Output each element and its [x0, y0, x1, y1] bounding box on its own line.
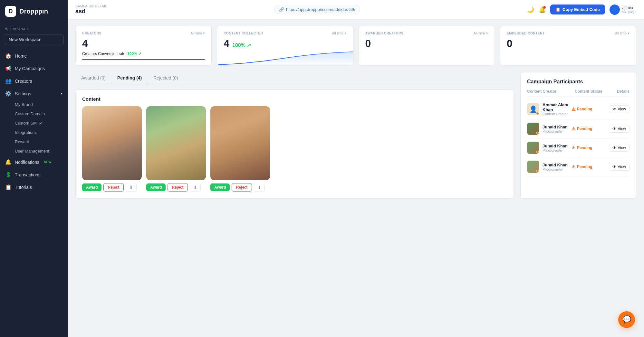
avatar-junaid-3 [527, 161, 539, 173]
submenu-user-management[interactable]: User Management [15, 146, 68, 156]
app-logo[interactable]: D Dropppin [0, 0, 68, 23]
media-item-2: Award Reject ⬇ [146, 106, 206, 192]
content-area: CREATORS All time ▾ 4 Creators Conversio… [68, 19, 644, 337]
campaign-url-link[interactable]: 🔗 https://app.dropppin.com/addidas-59/ [274, 5, 360, 14]
participant-role-4: Photography [543, 167, 568, 171]
campaign-name: asd [75, 8, 107, 15]
chat-icon: 💬 [622, 315, 631, 324]
eye-icon-3: 👁 [612, 145, 616, 150]
status-label-1: Pending [577, 107, 592, 111]
copy-embed-code-button[interactable]: 📋 Copy Embed Code [550, 5, 605, 14]
app-name: Dropppin [19, 8, 48, 15]
new-workspace-button[interactable]: New Workspace [4, 34, 64, 45]
tab-rejected[interactable]: Rejected (0) [148, 72, 184, 84]
download-button-3[interactable]: ⬇ [254, 183, 265, 192]
sidebar-item-creators[interactable]: 👥 Creators [0, 75, 68, 87]
sidebar-item-settings[interactable]: ⚙️ Settings ▾ [0, 87, 68, 100]
avatar-junaid-1 [527, 123, 539, 135]
main-content: CAMPAIGN DETAIL asd 🔗 https://app.droppp… [68, 0, 644, 337]
sidebar-item-transactions[interactable]: 💲 Transactions [0, 168, 68, 181]
participant-view-2: 👁 View [607, 125, 630, 133]
tab-pending[interactable]: Pending (4) [111, 72, 148, 84]
submenu-custom-domain[interactable]: Custom Domain [15, 109, 68, 118]
stats-row: CREATORS All time ▾ 4 Creators Conversio… [75, 26, 636, 66]
stat-value-awarded: 0 [365, 37, 488, 50]
view-button-1[interactable]: 👁 View [609, 105, 630, 113]
campaign-label: CAMPAIGN DETAIL [75, 5, 107, 8]
stat-label-awarded: AWARDED CREATORS [365, 32, 404, 35]
stat-sub-creators: Creators Conversion rate 100% ↗ [82, 51, 205, 56]
view-button-2[interactable]: 👁 View [609, 125, 630, 133]
view-button-3[interactable]: 👁 View [609, 144, 630, 152]
reject-button-2[interactable]: Reject [168, 183, 187, 192]
stat-card-creators: CREATORS All time ▾ 4 Creators Conversio… [75, 26, 212, 66]
dollar-icon: 💲 [5, 172, 12, 178]
stat-label-content: CONTENT COLLECTED [224, 32, 263, 35]
sidebar-item-campaigns[interactable]: 📢 My Campaigns [0, 62, 68, 75]
status-badge-1: ⚠ Pending [572, 107, 592, 112]
submenu-my-brand[interactable]: My Brand [15, 100, 68, 109]
nav-label-tutorials: Tutorials [15, 185, 32, 190]
stat-time-content[interactable]: All time ▾ [332, 31, 346, 35]
submenu-custom-smtp[interactable]: Custom SMTP [15, 118, 68, 128]
participant-status-3: ⚠ Pending [572, 145, 604, 151]
sidebar-item-home[interactable]: 🏠 Home [0, 50, 68, 62]
content-card: Content Award Reject ⬇ [75, 89, 514, 199]
media-grid: Award Reject ⬇ Award [82, 106, 507, 192]
nav-label-notifications: Notifications [15, 160, 39, 165]
award-button-3[interactable]: Award [210, 183, 230, 191]
sidebar-item-tutorials[interactable]: 📋 Tutorials [0, 181, 68, 193]
award-button-1[interactable]: Award [82, 183, 101, 191]
settings-submenu: My Brand Custom Domain Custom SMTP Integ… [0, 100, 68, 156]
campaigns-icon: 📢 [5, 65, 12, 71]
nav-label-transactions: Transactions [15, 172, 41, 177]
participant-info-4: Junaid Khan Photography [543, 163, 568, 171]
participant-role-3: Photography [543, 148, 568, 152]
user-details: admin campaign [622, 5, 636, 14]
col-header-creator: Content Creator [527, 89, 575, 94]
participant-info-2: Junaid Khan Photography [543, 125, 568, 133]
col-header-status: Content Status [575, 89, 607, 94]
dark-mode-toggle[interactable]: 🌙 [527, 6, 534, 13]
sidebar-item-notifications[interactable]: 🔔 Notifications NEW [0, 156, 68, 168]
reject-button-1[interactable]: Reject [103, 183, 123, 192]
campaign-meta: CAMPAIGN DETAIL asd [75, 5, 107, 15]
notifications-badge: NEW [44, 160, 51, 164]
conversion-bar-wrap [82, 59, 205, 60]
submenu-integrations[interactable]: Integrations [15, 128, 68, 137]
download-button-2[interactable]: ⬇ [190, 183, 201, 192]
home-icon: 🏠 [5, 53, 12, 59]
participant-row-4: Junaid Khan Photography ⚠ Pending 👁 View [527, 157, 630, 176]
stat-time-embedded[interactable]: All time ▾ [615, 31, 630, 35]
settings-icon: ⚙️ [5, 90, 12, 97]
submenu-reward[interactable]: Reward [15, 137, 68, 146]
status-label-2: Pending [577, 126, 592, 131]
participant-info-1: Ammar Alam Khan Content Creator [543, 102, 568, 116]
award-button-2[interactable]: Award [146, 183, 166, 191]
user-menu[interactable]: 👤 admin campaign [610, 5, 636, 15]
notifications-icon-button[interactable]: 🔔 [539, 6, 546, 13]
nav-label-campaigns: My Campaigns [15, 66, 45, 71]
user-name: admin [622, 5, 636, 10]
main-nav: 🏠 Home 📢 My Campaigns 👥 Creators ⚙️ Sett… [0, 50, 68, 193]
eye-icon-2: 👁 [612, 126, 616, 131]
status-badge-3: ⚠ Pending [572, 145, 592, 150]
media-item-3: Award Reject ⬇ [210, 106, 270, 192]
chat-fab-button[interactable]: 💬 [618, 311, 635, 328]
status-dot-junaid-2 [536, 151, 539, 154]
participant-row-1: 👤 Ammar Alam Khan Content Creator ⚠ Pend… [527, 99, 630, 119]
participants-panel: Campaign Participants Content Creator Co… [520, 72, 636, 199]
stat-time-awarded[interactable]: All time ▾ [474, 31, 488, 35]
media-actions-1: Award Reject ⬇ [82, 183, 142, 192]
content-grid: Awarded (0) Pending (4) Rejected (0) Con… [75, 72, 636, 199]
view-button-4[interactable]: 👁 View [609, 163, 630, 171]
download-button-1[interactable]: ⬇ [126, 183, 137, 192]
stat-label-creators: CREATORS [82, 32, 101, 35]
stat-time-creators[interactable]: All time ▾ [190, 31, 205, 35]
tab-awarded[interactable]: Awarded (0) [75, 72, 111, 84]
reject-button-3[interactable]: Reject [232, 183, 252, 192]
conversion-rate-value: 100% ↗ [127, 51, 141, 56]
avatar-junaid-2 [527, 142, 539, 154]
media-actions-2: Award Reject ⬇ [146, 183, 206, 192]
bell-icon: 🔔 [5, 159, 12, 165]
